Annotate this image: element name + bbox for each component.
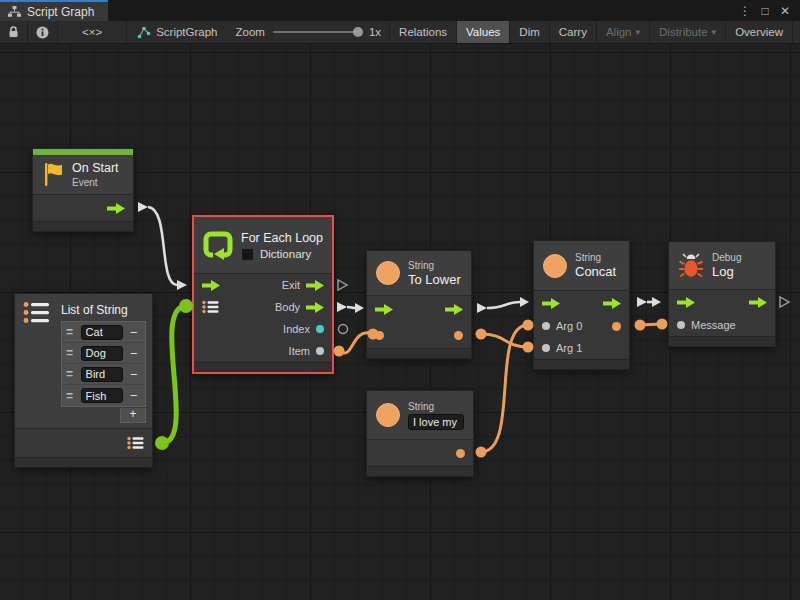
tab-script-graph[interactable]: Script Graph [0,0,108,21]
dictionary-label: Dictionary [260,248,311,260]
window-controls: ⋮ □ ✕ [736,0,800,21]
chevron-down-icon: ▾ [712,27,717,37]
remove-item-button[interactable]: − [127,346,141,361]
drag-handle-icon[interactable]: = [66,389,77,403]
node-title: Concat [575,264,616,280]
flow-output-port[interactable] [749,297,767,308]
distribute-dropdown[interactable]: Distribute ▾ [649,21,725,43]
align-dropdown[interactable]: Align ▾ [596,21,649,43]
value-input-port[interactable] [542,344,550,352]
graph-name-label: ScriptGraph [156,26,217,38]
tab-title: Script Graph [27,5,94,19]
wire-list-to-foreach [155,299,193,450]
node-for-each-loop[interactable]: For Each Loop Dictionary Exit [192,215,334,374]
value-output-port[interactable] [456,449,465,458]
graph-name[interactable]: ScriptGraph [127,21,227,43]
list-output-port[interactable] [127,436,144,450]
string-type-icon [376,261,400,285]
unconnected-flow-indicator [780,297,789,307]
flow-output-port[interactable] [306,302,324,313]
distribute-label: Distribute [659,26,708,38]
code-view-button[interactable]: <×> [58,21,127,43]
loop-icon [203,230,233,260]
remove-item-button[interactable]: − [127,367,141,382]
zoom-control: Zoom 1x [228,21,390,43]
add-item-button[interactable]: + [120,408,146,423]
zoom-value: 1x [369,26,381,38]
node-title: On Start [72,160,119,176]
overview-button[interactable]: Overview [725,21,792,43]
info-button[interactable] [28,21,58,43]
carry-button[interactable]: Carry [549,21,596,43]
flow-output-port[interactable] [306,280,324,291]
window-menu-button[interactable]: ⋮ [736,4,754,18]
wire-concat-to-debug [637,297,661,307]
list-item-input[interactable] [81,367,123,382]
chevron-down-icon: ▾ [636,27,641,37]
graph-hierarchy-icon [8,6,21,18]
node-on-start[interactable]: On Start Event [32,148,134,232]
code-icon: <×> [82,26,102,38]
list-item-row: = − [62,364,145,385]
toolbar-buttons: Relations Values Dim Carry Align ▾ Distr… [389,21,800,43]
value-input-port[interactable] [375,331,384,340]
node-title: To Lower [408,272,461,288]
value-input-port[interactable] [677,321,685,329]
wire-tolower-to-concat [477,297,529,313]
info-icon [36,26,49,39]
string-list-widget: = − = − = − = − [61,321,146,407]
values-button[interactable]: Values [456,21,509,43]
node-title: List of String [61,302,128,318]
flag-icon [42,162,64,187]
graph-canvas[interactable]: On Start Event List of String [0,44,800,600]
list-input-port[interactable] [202,300,219,314]
remove-item-button[interactable]: − [127,325,141,340]
fullscreen-button[interactable]: Full Screen [792,21,800,43]
port-label: Arg 1 [556,342,582,354]
flow-input-port[interactable] [542,298,560,309]
window-close-button[interactable]: ✕ [776,4,794,18]
remove-item-button[interactable]: − [127,388,141,403]
drag-handle-icon[interactable]: = [66,367,77,381]
unconnected-flow-indicator [338,280,347,290]
value-output-port[interactable] [454,331,463,340]
list-item-input[interactable] [81,346,123,361]
node-to-lower[interactable]: String To Lower [366,250,472,359]
drag-handle-icon[interactable]: = [66,325,77,339]
value-input-port[interactable] [542,322,550,330]
node-debug-log[interactable]: Debug Log Message [668,241,776,347]
dictionary-checkbox[interactable] [241,248,254,261]
lock-icon [8,26,19,38]
node-list-of-string[interactable]: List of String = − = − = − [14,293,153,468]
wire-literal-to-arg0 [476,320,534,458]
node-concat[interactable]: String Concat Arg 0 Arg 1 [533,240,630,370]
value-output-port[interactable] [316,347,324,355]
list-item-input[interactable] [81,388,123,403]
flow-input-port[interactable] [375,304,393,315]
drag-handle-icon[interactable]: = [66,346,77,360]
node-category: String [408,400,464,413]
script-graph-icon [137,26,151,39]
port-label: Index [283,323,310,335]
node-title: Log [712,264,741,280]
node-string-literal[interactable]: String [366,390,474,477]
list-item-row: = − [62,343,145,364]
flow-output-port[interactable] [603,298,621,309]
flow-output-port[interactable] [445,304,463,315]
graph-toolbar: <×> ScriptGraph Zoom 1x Relations Values… [0,21,800,44]
flow-input-port[interactable] [677,297,695,308]
string-value-input[interactable] [408,414,464,430]
wire-onstart-to-foreach [138,202,187,290]
relations-button[interactable]: Relations [389,21,456,43]
lock-button[interactable] [0,21,28,43]
zoom-slider[interactable] [273,31,361,33]
value-output-port[interactable] [316,325,324,333]
zoom-slider-knob[interactable] [353,27,363,37]
dim-button[interactable]: Dim [509,21,548,43]
flow-output-port[interactable] [107,203,125,214]
window-maximize-button[interactable]: □ [756,4,774,18]
list-item-input[interactable] [81,325,123,340]
flow-input-port[interactable] [202,280,220,291]
node-category: String [408,259,461,272]
value-output-port[interactable] [612,322,621,331]
